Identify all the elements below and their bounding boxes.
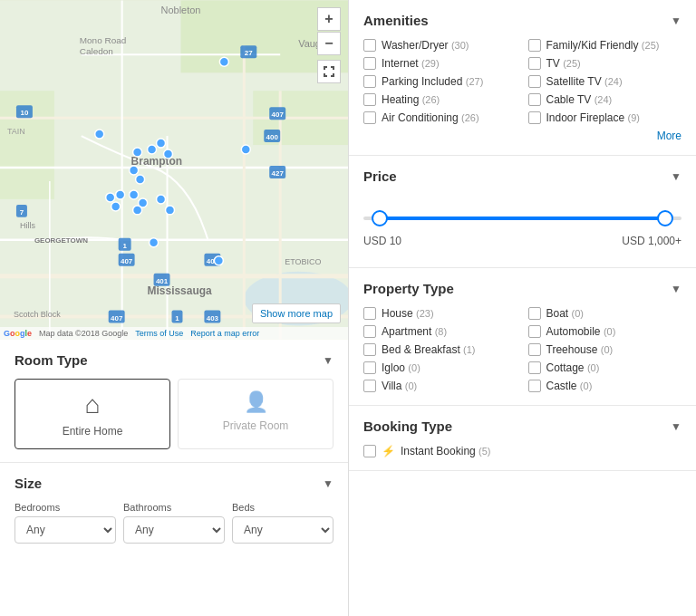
property-type-header: Property Type ▼ bbox=[363, 281, 682, 296]
cottage-label: Cottage (0) bbox=[546, 361, 600, 374]
room-type-header: Room Type ▼ bbox=[14, 352, 334, 368]
bathrooms-group: Bathrooms Any12345+ bbox=[123, 502, 225, 544]
svg-point-63 bbox=[111, 202, 121, 211]
treehouse-checkbox[interactable] bbox=[528, 343, 541, 356]
svg-text:Nobleton: Nobleton bbox=[161, 5, 201, 15]
svg-text:Hills: Hills bbox=[20, 221, 35, 230]
villa-checkbox[interactable] bbox=[363, 380, 376, 392]
heating-checkbox[interactable] bbox=[363, 93, 376, 106]
beds-select[interactable]: Any12345+ bbox=[232, 516, 334, 544]
entire-home-button[interactable]: ⌂ Entire Home bbox=[14, 379, 170, 449]
svg-point-65 bbox=[130, 190, 139, 199]
private-room-button[interactable]: 👤 Private Room bbox=[178, 379, 334, 449]
svg-text:27: 27 bbox=[245, 49, 253, 57]
amenity-cable: Cable TV (24) bbox=[528, 93, 682, 106]
family-label: Family/Kid Friendly (25) bbox=[546, 39, 660, 52]
bathrooms-label: Bathrooms bbox=[123, 502, 225, 513]
svg-text:407: 407 bbox=[272, 111, 285, 119]
family-checkbox[interactable] bbox=[528, 39, 541, 52]
property-type-title: Property Type bbox=[363, 281, 454, 296]
price-section: Price ▼ USD 10 USD 1,000+ bbox=[349, 156, 696, 268]
bolt-icon: ⚡ bbox=[382, 445, 395, 457]
apartment-checkbox[interactable] bbox=[363, 325, 376, 338]
amenity-fireplace: Indoor Fireplace (9) bbox=[528, 111, 682, 124]
castle-checkbox[interactable] bbox=[528, 380, 541, 392]
bedrooms-select[interactable]: Any12345+ bbox=[14, 516, 116, 544]
bedrooms-group: Bedrooms Any12345+ bbox=[14, 502, 116, 544]
report-link[interactable]: Report a map error bbox=[190, 329, 259, 338]
svg-text:Mono Road: Mono Road bbox=[80, 35, 127, 45]
svg-text:400: 400 bbox=[266, 133, 279, 141]
svg-text:10: 10 bbox=[20, 109, 28, 117]
boat-checkbox[interactable] bbox=[528, 307, 541, 320]
property-boat: Boat (0) bbox=[528, 307, 682, 320]
property-castle: Castle (0) bbox=[528, 380, 682, 392]
size-header: Size ▼ bbox=[14, 476, 334, 491]
washer-checkbox[interactable] bbox=[363, 39, 376, 52]
svg-point-69 bbox=[166, 206, 175, 215]
slider-thumb-right[interactable] bbox=[657, 210, 673, 226]
tv-checkbox[interactable] bbox=[528, 57, 541, 70]
ac-checkbox[interactable] bbox=[363, 111, 376, 124]
fullscreen-icon bbox=[324, 66, 334, 77]
property-type-chevron: ▼ bbox=[671, 283, 682, 295]
svg-text:Caledon: Caledon bbox=[80, 46, 113, 56]
parking-checkbox[interactable] bbox=[363, 75, 376, 88]
amenities-section: Amenities ▼ Washer/Dryer (30) Internet (… bbox=[349, 0, 696, 156]
svg-text:1: 1 bbox=[175, 314, 179, 322]
bedrooms-label: Bedrooms bbox=[14, 502, 116, 513]
fullscreen-button[interactable] bbox=[317, 60, 341, 83]
beds-group: Beds Any12345+ bbox=[232, 502, 334, 544]
svg-point-64 bbox=[116, 190, 125, 199]
price-slider[interactable] bbox=[363, 209, 682, 227]
svg-point-61 bbox=[136, 175, 145, 184]
internet-checkbox[interactable] bbox=[363, 57, 376, 70]
instant-booking-checkbox[interactable] bbox=[363, 445, 376, 457]
booking-type-header: Booking Type ▼ bbox=[363, 419, 682, 434]
bnb-checkbox[interactable] bbox=[363, 343, 376, 356]
svg-text:Mississauga: Mississauga bbox=[148, 284, 212, 297]
amenities-more-link[interactable]: More bbox=[363, 130, 682, 142]
amenity-satellite: Satellite TV (24) bbox=[528, 75, 682, 88]
amenity-parking: Parking Included (27) bbox=[363, 75, 517, 88]
svg-text:GEORGETOWN: GEORGETOWN bbox=[34, 236, 88, 245]
fireplace-checkbox[interactable] bbox=[528, 111, 541, 124]
property-treehouse: Treehouse (0) bbox=[528, 343, 682, 356]
satellite-checkbox[interactable] bbox=[528, 75, 541, 88]
show-more-map-button[interactable]: Show more map bbox=[252, 303, 341, 323]
amenity-internet: Internet (29) bbox=[363, 57, 517, 70]
price-title: Price bbox=[363, 168, 397, 184]
map-attribution-text: Map data ©2018 Google bbox=[39, 329, 128, 338]
person-icon: 👤 bbox=[244, 390, 268, 414]
svg-text:407: 407 bbox=[111, 314, 123, 322]
private-room-label: Private Room bbox=[223, 419, 289, 432]
price-header: Price ▼ bbox=[363, 168, 682, 184]
svg-text:Scotch Block: Scotch Block bbox=[14, 310, 61, 319]
terms-link[interactable]: Terms of Use bbox=[135, 329, 183, 338]
automobile-checkbox[interactable] bbox=[528, 325, 541, 338]
beds-label: Beds bbox=[232, 502, 334, 513]
property-bnb: Bed & Breakfast (1) bbox=[363, 343, 517, 356]
slider-thumb-left[interactable] bbox=[372, 210, 388, 226]
bnb-label: Bed & Breakfast (1) bbox=[382, 343, 476, 356]
heating-label: Heating (26) bbox=[382, 93, 440, 106]
svg-text:407: 407 bbox=[121, 257, 133, 265]
igloo-checkbox[interactable] bbox=[363, 361, 376, 374]
svg-point-55 bbox=[133, 148, 142, 157]
amenity-ac: Air Conditioning (26) bbox=[363, 111, 517, 124]
bathrooms-select[interactable]: Any12345+ bbox=[123, 516, 225, 544]
zoom-out-button[interactable]: − bbox=[317, 32, 341, 55]
svg-text:ETOBICO: ETOBICO bbox=[285, 257, 321, 266]
house-checkbox[interactable] bbox=[363, 307, 376, 320]
cable-checkbox[interactable] bbox=[528, 93, 541, 106]
cottage-checkbox[interactable] bbox=[528, 361, 541, 374]
amenity-tv: TV (25) bbox=[528, 57, 682, 70]
svg-text:7: 7 bbox=[20, 208, 24, 217]
zoom-in-button[interactable]: + bbox=[317, 7, 341, 31]
svg-point-56 bbox=[148, 145, 157, 154]
map-controls: + − bbox=[317, 7, 341, 83]
size-section: Size ▼ Bedrooms Any12345+ Bathrooms Any1… bbox=[0, 463, 348, 556]
svg-point-67 bbox=[133, 206, 142, 215]
map-area: 27 407 400 427 10 7 1 407 403 401 bbox=[0, 0, 348, 340]
property-left-col: House (23) Apartment (8) Bed & Breakfast… bbox=[363, 307, 517, 392]
